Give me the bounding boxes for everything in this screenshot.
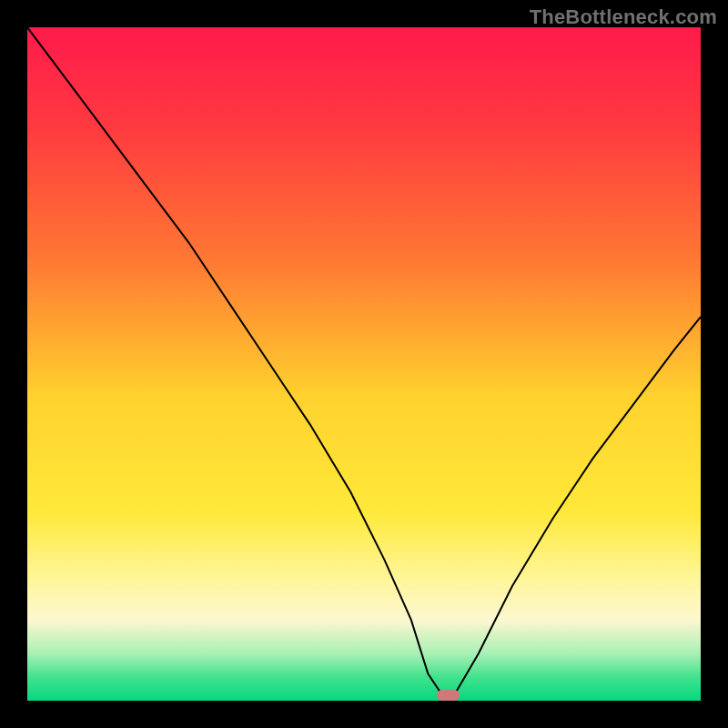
watermark-text: TheBottleneck.com	[530, 5, 717, 29]
optimal-marker	[437, 690, 460, 701]
plot-area	[27, 27, 701, 701]
bottleneck-curve	[27, 27, 701, 694]
curve-layer	[27, 27, 701, 701]
chart-frame: TheBottleneck.com	[0, 0, 728, 728]
